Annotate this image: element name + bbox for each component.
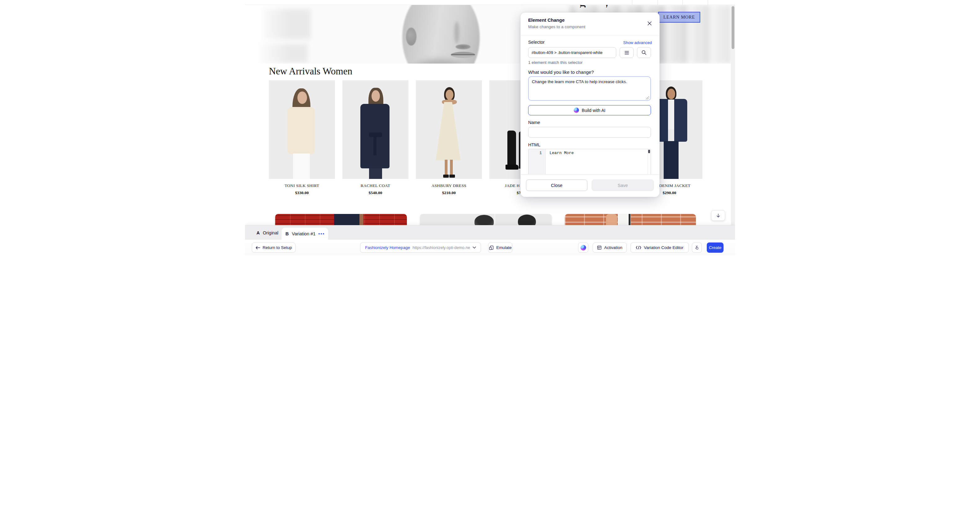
- code-line-number: 1: [528, 149, 546, 174]
- clipped-hero-heading: g y: [577, 5, 617, 8]
- return-to-setup-button[interactable]: Return to Setup: [252, 242, 296, 253]
- product-name: TONI SILK SHIRT: [269, 183, 335, 188]
- code-content[interactable]: Learn More: [550, 151, 574, 155]
- page-name-link[interactable]: Fashionizely Homepage: [365, 245, 410, 250]
- nav-cell-divider: [682, 0, 682, 5]
- figure-boot-foot: [506, 165, 519, 170]
- figure-denim-panel: [674, 99, 687, 142]
- page-scrollbar-thumb[interactable]: [732, 6, 734, 49]
- chevron-down-icon: [473, 247, 476, 249]
- selector-search-button[interactable]: [637, 47, 651, 58]
- figure-pants: [293, 153, 310, 179]
- figure-trousers: [369, 169, 382, 179]
- figure-jeans: [664, 141, 679, 179]
- editor-bottom-bar: A Original B Variation #1 Return to Setu…: [245, 225, 735, 256]
- create-button[interactable]: Create: [707, 242, 724, 253]
- close-button[interactable]: Close: [526, 180, 587, 191]
- selector-label: Selector: [528, 40, 544, 45]
- dialog-divider: [521, 35, 659, 35]
- change-question-label: What would you like to change?: [528, 70, 594, 75]
- figure-sandal: [443, 175, 449, 178]
- nav-cell-divider: [632, 0, 632, 5]
- emulate-label: Emulate: [496, 245, 512, 250]
- editor-toolbar: Return to Setup Fashionizely Homepage ht…: [245, 240, 735, 256]
- editor-stage: g y LEARN MORE New Arrivals Women TONI S…: [245, 0, 735, 256]
- tab-label: Variation #1: [292, 231, 315, 236]
- figure-face: [372, 90, 380, 102]
- tab-variation-1[interactable]: B Variation #1: [282, 228, 328, 240]
- learn-more-cta[interactable]: LEARN MORE: [658, 12, 700, 22]
- product-name: ASHBURY DRESS: [416, 183, 482, 188]
- arrow-left-icon: [256, 246, 260, 250]
- pointer-hand-icon: [694, 245, 699, 250]
- nav-cell-divider: [708, 0, 708, 5]
- product-image[interactable]: [416, 80, 482, 179]
- ai-sphere-icon: [581, 245, 586, 250]
- variation-tab-strip: A Original B Variation #1: [245, 225, 735, 240]
- layout-icon: [597, 245, 601, 250]
- selector-list-button[interactable]: [620, 47, 633, 58]
- code-scrollbar-track: [648, 149, 651, 174]
- figure-sandal: [449, 175, 455, 178]
- figure-belt-strap: [373, 136, 377, 155]
- figure-face: [667, 89, 675, 99]
- emulate-button[interactable]: Emulate: [488, 242, 512, 253]
- hamburger-icon: [624, 51, 629, 55]
- page-scrollbar-track: [731, 5, 735, 225]
- figure-silk-shirt: [288, 107, 315, 154]
- code-scrollbar-thumb[interactable]: [648, 150, 650, 153]
- return-to-setup-label: Return to Setup: [262, 245, 292, 250]
- interactive-mode-button[interactable]: [692, 242, 702, 253]
- build-with-ai-button[interactable]: Build with AI: [528, 105, 651, 115]
- figure-face: [298, 91, 307, 104]
- page-url-text: https://fashionizely.opti-demo.ne: [412, 245, 470, 250]
- heading-fragment: y: [603, 5, 610, 8]
- variation-code-editor-button[interactable]: Variation Code Editor: [630, 242, 689, 253]
- tab-menu-dots[interactable]: [318, 233, 324, 234]
- product-card[interactable]: TONI SILK SHIRT $330.00: [269, 80, 335, 195]
- name-label: Name: [528, 120, 540, 125]
- product-card[interactable]: RACHEL COAT $540.00: [342, 80, 409, 195]
- ai-sphere-icon: [574, 108, 579, 113]
- product-image[interactable]: [269, 80, 335, 179]
- section-heading: New Arrivals Women: [269, 66, 352, 77]
- page-url-selector[interactable]: Fashionizely Homepage https://fashionize…: [360, 242, 481, 253]
- activation-button[interactable]: Activation: [593, 242, 627, 253]
- search-icon: [641, 50, 647, 55]
- scroll-down-button[interactable]: [711, 210, 725, 221]
- build-with-ai-label: Build with AI: [582, 108, 605, 113]
- figure-halter-dress: [436, 102, 461, 160]
- variation-code-editor-label: Variation Code Editor: [644, 245, 683, 250]
- tab-label: Original: [262, 230, 278, 236]
- change-request-textarea[interactable]: Change the learn more CTA to help increa…: [528, 76, 651, 101]
- heading-fragment: g: [579, 5, 586, 8]
- arrow-down-icon: [716, 213, 721, 218]
- selector-match-text: 1 element match this selector: [528, 60, 583, 65]
- tab-original[interactable]: A Original: [256, 225, 278, 240]
- nav-cell-divider: [657, 0, 658, 5]
- devices-icon: [489, 245, 494, 250]
- product-card[interactable]: ASHBURY DRESS $210.00: [416, 80, 482, 195]
- name-input[interactable]: [528, 127, 651, 138]
- close-icon[interactable]: [646, 19, 653, 27]
- ai-tools-button[interactable]: [578, 242, 588, 253]
- html-label: HTML: [528, 142, 540, 147]
- activation-label: Activation: [604, 245, 622, 250]
- code-icon: [636, 245, 641, 250]
- dialog-footer: Close Save: [521, 174, 659, 197]
- figure-leg: [450, 160, 453, 176]
- figure-leg: [445, 160, 447, 176]
- dialog-subtitle: Make changes to a component: [528, 24, 585, 29]
- dialog-title: Element Change: [528, 18, 565, 22]
- selector-input[interactable]: [528, 47, 616, 58]
- show-advanced-link[interactable]: Show advanced: [623, 40, 652, 45]
- site-top-strip: [245, 0, 735, 5]
- product-price: $540.00: [342, 190, 409, 195]
- element-change-dialog: Element Change Make changes to a compone…: [520, 13, 660, 197]
- product-image[interactable]: [342, 80, 409, 179]
- tab-badge: A: [256, 230, 259, 236]
- product-price: $330.00: [269, 190, 335, 195]
- save-button[interactable]: Save: [592, 180, 654, 191]
- html-code-editor[interactable]: 1 Learn More: [528, 149, 651, 174]
- figure-face: [445, 90, 453, 100]
